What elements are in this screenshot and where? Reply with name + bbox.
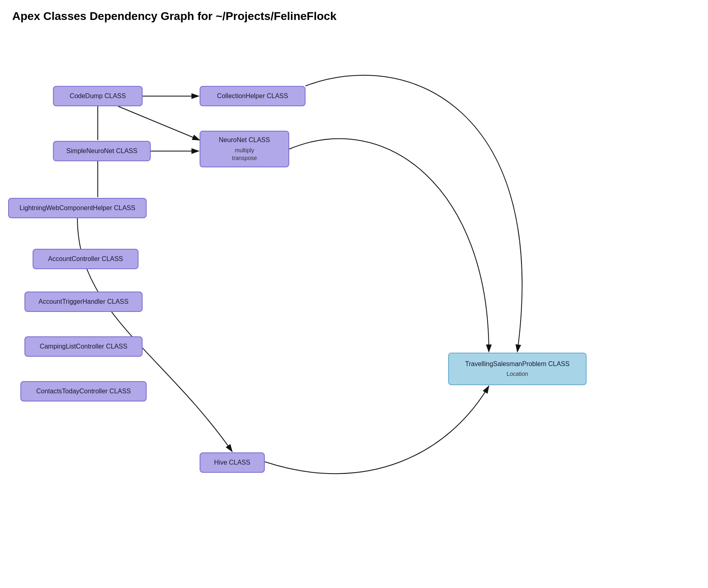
node-codedump[interactable]: CodeDump CLASS: [53, 86, 143, 106]
node-campinglistcontroller[interactable]: CampingListController CLASS: [24, 336, 143, 357]
node-label-hive: Hive CLASS: [214, 458, 251, 467]
node-lightningwebcomponenthelper[interactable]: LightningWebComponentHelper CLASS: [8, 198, 147, 218]
node-accounttriggerhandler[interactable]: AccountTriggerHandler CLASS: [24, 292, 143, 312]
node-label-neuronet: NeuroNet CLASS: [219, 136, 270, 145]
node-hive[interactable]: Hive CLASS: [200, 452, 265, 473]
node-simpleneuronet[interactable]: SimpleNeuroNet CLASS: [53, 141, 151, 161]
page-title: Apex Classes Dependency Graph for ~/Proj…: [0, 0, 708, 27]
node-accountcontroller[interactable]: AccountController CLASS: [33, 249, 139, 269]
node-label-travellingsalesman: TravellingSalesmanProblem CLASS: [465, 360, 569, 369]
node-sublabel-travellingsalesman: Location: [507, 370, 528, 378]
node-neuronet[interactable]: NeuroNet CLASSmultiply transpose: [200, 131, 289, 167]
node-contactstodaycontroller[interactable]: ContactsTodayController CLASS: [20, 381, 147, 402]
node-label-accounttriggerhandler: AccountTriggerHandler CLASS: [39, 297, 129, 306]
node-label-accountcontroller: AccountController CLASS: [48, 255, 123, 263]
node-label-simpleneuronet: SimpleNeuroNet CLASS: [66, 147, 137, 156]
node-label-collectionhelper: CollectionHelper CLASS: [217, 92, 288, 101]
node-label-codedump: CodeDump CLASS: [70, 92, 126, 101]
node-travellingsalesman[interactable]: TravellingSalesmanProblem CLASSLocation: [448, 353, 587, 385]
node-label-contactstodaycontroller: ContactsTodayController CLASS: [36, 387, 131, 396]
svg-line-2: [118, 106, 200, 140]
node-collectionhelper[interactable]: CollectionHelper CLASS: [200, 86, 306, 106]
node-label-campinglistcontroller: CampingListController CLASS: [40, 342, 127, 351]
graph-container: CodeDump CLASSCollectionHelper CLASSSimp…: [0, 27, 708, 588]
node-sublabel-neuronet: multiply transpose: [232, 147, 257, 162]
node-label-lightningwebcomponenthelper: LightningWebComponentHelper CLASS: [20, 204, 135, 213]
